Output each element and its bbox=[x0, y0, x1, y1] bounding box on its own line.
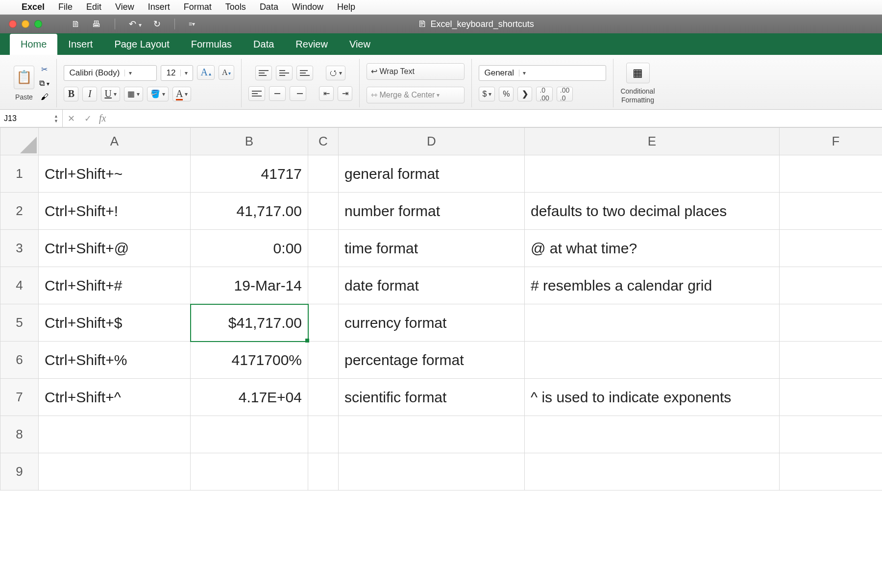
save-icon[interactable]: 🗎 bbox=[72, 19, 80, 29]
row-header[interactable]: 9 bbox=[0, 453, 39, 490]
cell-F3[interactable] bbox=[780, 230, 882, 267]
name-box[interactable]: J13 ▲▼ bbox=[0, 110, 63, 127]
col-header-e[interactable]: E bbox=[525, 128, 780, 155]
cell-D7[interactable]: scientific format bbox=[339, 379, 525, 416]
cell-C6[interactable] bbox=[308, 342, 339, 379]
cell-B5[interactable]: $41,717.00 bbox=[191, 304, 308, 342]
cell-B4[interactable]: 19-Mar-14 bbox=[191, 267, 308, 304]
orientation-icon[interactable]: ⭯▾ bbox=[326, 66, 345, 80]
cell-A7[interactable]: Ctrl+Shift+^ bbox=[39, 379, 191, 416]
cell-B2[interactable]: 41,717.00 bbox=[191, 193, 308, 230]
cell-E5[interactable] bbox=[525, 304, 780, 342]
cell-B3[interactable]: 0:00 bbox=[191, 230, 308, 267]
menu-excel[interactable]: Excel bbox=[22, 2, 45, 12]
undo-icon[interactable]: ↶ ▾ bbox=[129, 19, 142, 29]
menu-view[interactable]: View bbox=[115, 2, 134, 12]
cell-C7[interactable] bbox=[308, 379, 339, 416]
cancel-formula-icon[interactable]: ✕ bbox=[63, 113, 79, 124]
cell-D6[interactable]: percentage format bbox=[339, 342, 525, 379]
cell-F6[interactable] bbox=[780, 342, 882, 379]
bold-button[interactable]: B bbox=[64, 87, 78, 101]
cell-A2[interactable]: Ctrl+Shift+! bbox=[39, 193, 191, 230]
menu-file[interactable]: File bbox=[58, 2, 73, 12]
cell-F1[interactable] bbox=[780, 155, 882, 193]
increase-font-icon[interactable]: A▴ bbox=[197, 65, 214, 80]
tab-insert[interactable]: Insert bbox=[57, 34, 103, 55]
cell-D8[interactable] bbox=[339, 416, 525, 453]
cell-B1[interactable]: 41717 bbox=[191, 155, 308, 193]
decrease-decimal-icon[interactable]: .00.0 bbox=[557, 87, 573, 101]
cell-C4[interactable] bbox=[308, 267, 339, 304]
cell-E3[interactable]: @ at what time? bbox=[525, 230, 780, 267]
cell-A9[interactable] bbox=[39, 453, 191, 490]
minimize-window-icon[interactable] bbox=[22, 20, 29, 28]
cell-F2[interactable] bbox=[780, 193, 882, 230]
copy-icon[interactable]: ⧉ ▾ bbox=[39, 79, 49, 88]
cell-D2[interactable]: number format bbox=[339, 193, 525, 230]
increase-indent-icon[interactable]: ⇥ bbox=[338, 86, 352, 101]
print-icon[interactable]: 🖶 bbox=[92, 19, 101, 29]
cell-D9[interactable] bbox=[339, 453, 525, 490]
cell-D3[interactable]: time format bbox=[339, 230, 525, 267]
cell-E8[interactable] bbox=[525, 416, 780, 453]
increase-decimal-icon[interactable]: .0.00 bbox=[536, 87, 552, 101]
cell-C1[interactable] bbox=[308, 155, 339, 193]
redo-icon[interactable]: ↻ bbox=[153, 19, 161, 29]
border-button[interactable]: ▦▾ bbox=[124, 87, 143, 101]
font-size-select[interactable]: 12▾ bbox=[161, 65, 193, 81]
row-header[interactable]: 4 bbox=[0, 267, 39, 304]
cell-C9[interactable] bbox=[308, 453, 339, 490]
cell-D5[interactable]: currency format bbox=[339, 304, 525, 342]
menu-edit[interactable]: Edit bbox=[86, 2, 101, 12]
tab-home[interactable]: Home bbox=[10, 34, 57, 55]
col-header-a[interactable]: A bbox=[39, 128, 191, 155]
cell-A8[interactable] bbox=[39, 416, 191, 453]
format-painter-icon[interactable]: 🖌 bbox=[41, 93, 49, 101]
cell-A5[interactable]: Ctrl+Shift+$ bbox=[39, 304, 191, 342]
tab-formulas[interactable]: Formulas bbox=[180, 34, 243, 55]
cell-C8[interactable] bbox=[308, 416, 339, 453]
cell-C2[interactable] bbox=[308, 193, 339, 230]
cell-D1[interactable]: general format bbox=[339, 155, 525, 193]
align-middle-icon[interactable] bbox=[276, 66, 293, 80]
row-header[interactable]: 7 bbox=[0, 379, 39, 416]
spreadsheet-grid[interactable]: A B C D E F G 1Ctrl+Shift+~41717general … bbox=[0, 127, 882, 490]
merge-center-button[interactable]: ⇿ Merge & Center ▾ bbox=[367, 87, 465, 103]
cell-D4[interactable]: date format bbox=[339, 267, 525, 304]
fill-color-button[interactable]: 🪣▾ bbox=[147, 87, 169, 101]
number-format-select[interactable]: General▾ bbox=[479, 65, 606, 81]
cell-F8[interactable] bbox=[780, 416, 882, 453]
cell-F7[interactable] bbox=[780, 379, 882, 416]
tab-data[interactable]: Data bbox=[243, 34, 285, 55]
row-header[interactable]: 2 bbox=[0, 193, 39, 230]
align-right-icon[interactable] bbox=[290, 86, 306, 101]
cell-A3[interactable]: Ctrl+Shift+@ bbox=[39, 230, 191, 267]
cell-C5[interactable] bbox=[308, 304, 339, 342]
cell-E1[interactable] bbox=[525, 155, 780, 193]
align-top-icon[interactable] bbox=[255, 66, 272, 80]
align-bottom-icon[interactable] bbox=[296, 66, 313, 80]
tab-view[interactable]: View bbox=[339, 34, 381, 55]
cell-F5[interactable] bbox=[780, 304, 882, 342]
fx-icon[interactable]: fx bbox=[96, 113, 109, 124]
conditional-formatting-button[interactable]: ▦ Conditional Formatting bbox=[620, 63, 655, 104]
row-header[interactable]: 1 bbox=[0, 155, 39, 193]
font-name-select[interactable]: Calibri (Body)▾ bbox=[64, 65, 157, 81]
wrap-text-button[interactable]: ↩ Wrap Text bbox=[367, 63, 465, 80]
qat-customize-icon[interactable]: ≡▾ bbox=[189, 21, 195, 27]
row-header[interactable]: 3 bbox=[0, 230, 39, 267]
cell-A6[interactable]: Ctrl+Shift+% bbox=[39, 342, 191, 379]
cell-E7[interactable]: ^ is used to indicate exponents bbox=[525, 379, 780, 416]
row-header[interactable]: 8 bbox=[0, 416, 39, 453]
tab-page-layout[interactable]: Page Layout bbox=[103, 34, 180, 55]
cell-E9[interactable] bbox=[525, 453, 780, 490]
col-header-d[interactable]: D bbox=[339, 128, 525, 155]
cell-E4[interactable]: # resembles a calendar grid bbox=[525, 267, 780, 304]
row-header[interactable]: 6 bbox=[0, 342, 39, 379]
align-left-icon[interactable] bbox=[248, 86, 265, 101]
comma-format-icon[interactable]: ❯ bbox=[517, 87, 532, 101]
font-color-button[interactable]: A▾ bbox=[172, 87, 191, 101]
paste-icon[interactable]: 📋 bbox=[14, 66, 34, 89]
col-header-f[interactable]: F bbox=[780, 128, 882, 155]
accept-formula-icon[interactable]: ✓ bbox=[79, 113, 96, 124]
